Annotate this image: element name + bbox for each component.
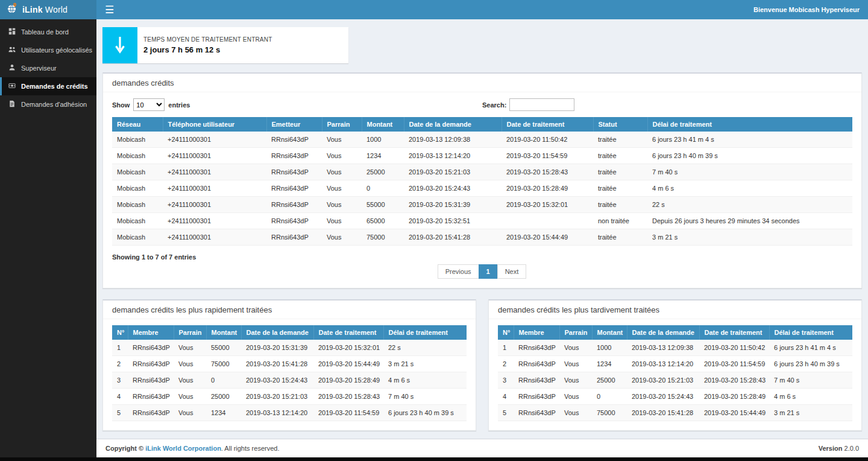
column-header[interactable]: Délai de traitement [383, 325, 467, 340]
column-header[interactable]: Date de traitement [699, 325, 769, 340]
table-cell: traitée [593, 229, 647, 246]
app-window: iLink World ☰ Bienvenue Mobicash Hypervi… [0, 0, 868, 457]
panel-title: demandes crédits les plus rapidement tra… [112, 305, 467, 314]
table-cell: Vous [322, 213, 362, 229]
column-header[interactable]: Délai de traitement [769, 325, 852, 340]
sidebar-item-utilisateurs-geolocalises[interactable]: Utilisateurs géolocalisés [0, 41, 96, 59]
column-header[interactable]: N° [498, 325, 514, 340]
column-header[interactable]: Montant [592, 325, 627, 340]
sidebar-toggle-icon[interactable]: ☰ [105, 5, 114, 15]
table-cell: 1234 [206, 405, 241, 421]
table-cell: 75000 [362, 229, 404, 246]
column-header[interactable]: Membre [514, 325, 559, 340]
column-header[interactable]: Date de la demande [241, 325, 313, 340]
page-length-control: Show 10 entries [112, 98, 482, 111]
column-header[interactable]: Montant [362, 117, 404, 132]
table-cell: Mobicash [112, 132, 163, 148]
table-cell: 2019-03-20 15:28:49 [502, 180, 593, 197]
pagination-previous-button[interactable]: Previous [438, 264, 479, 279]
table-cell: 5 [112, 405, 128, 421]
table-cell: Mobicash [112, 148, 163, 164]
table-cell: 3 [498, 372, 514, 389]
sidebar-item-superviseur[interactable]: Superviseur [0, 59, 96, 77]
sidebar-item-demandes-adhesion[interactable]: Demandes d'adhésion [0, 95, 96, 113]
table-cell: 1000 [362, 132, 404, 148]
pagination-page-1-button[interactable]: 1 [479, 264, 498, 279]
table-cell: Mobicash [112, 164, 163, 180]
table-cell: Vous [174, 389, 206, 405]
table-row: 1RRnsi643dPVous550002019-03-20 15:31:392… [112, 340, 467, 356]
table-cell: 7 m 40 s [383, 389, 467, 405]
table-cell: RRnsi643dP [128, 356, 174, 372]
column-header[interactable]: Téléphone utilisateur [163, 117, 266, 132]
table-cell: RRnsi643dP [266, 180, 322, 197]
table-row: Mobicash+24111000301RRnsi643dPVous750002… [112, 229, 852, 246]
table-cell: RRnsi643dP [266, 132, 322, 148]
sidebar-item-tableau-de-bord[interactable]: Tableau de bord [0, 23, 96, 41]
column-header[interactable]: Réseau [112, 117, 163, 132]
company-link[interactable]: iLink World Corporation [145, 445, 221, 452]
table-cell: Vous [559, 389, 592, 405]
table-cell: 55000 [206, 340, 241, 356]
table-row: 5RRnsi643dPVous12342019-03-13 12:14:2020… [112, 405, 467, 421]
table-cell: 2019-03-20 15:32:01 [502, 197, 593, 213]
search-input[interactable] [509, 98, 574, 111]
table-cell: traitée [593, 148, 647, 164]
table-cell: non traitée [593, 213, 647, 229]
table-cell: traitée [593, 132, 647, 148]
table-cell: 1 [498, 340, 514, 356]
table-cell: traitée [593, 164, 647, 180]
column-header[interactable]: Parrain [174, 325, 206, 340]
brand-logo[interactable]: iLink World [0, 0, 96, 19]
table-cell: 7 m 40 s [647, 164, 852, 180]
sidebar-item-demandes-de-credits[interactable]: Demandes de crédits [0, 77, 96, 95]
table-cell: 6 jours 23 h 41 m 4 s [647, 132, 852, 148]
column-header[interactable]: Montant [206, 325, 241, 340]
column-header[interactable]: Statut [593, 117, 647, 132]
user-icon [8, 64, 16, 72]
column-header[interactable]: Emetteur [266, 117, 322, 132]
column-header[interactable]: Date de traitement [313, 325, 383, 340]
column-header[interactable]: Parrain [322, 117, 362, 132]
column-header[interactable]: Parrain [559, 325, 592, 340]
table-cell: Mobicash [112, 213, 163, 229]
table-cell: 2019-03-20 15:41:28 [627, 405, 699, 421]
table-cell: 3 m 21 s [383, 356, 467, 372]
main-content: TEMPS MOYEN DE TRAITEMENT ENTRANT 2 jour… [96, 19, 868, 457]
table-cell: 75000 [592, 405, 627, 421]
column-header[interactable]: N° [112, 325, 128, 340]
table-cell: Mobicash [112, 197, 163, 213]
table-cell: 0 [592, 389, 627, 405]
table-cell: 4 [498, 389, 514, 405]
table-cell: 1234 [362, 148, 404, 164]
table-cell: 0 [362, 180, 404, 197]
column-header[interactable]: Date de traitement [502, 117, 593, 132]
table-cell: RRnsi643dP [266, 229, 322, 246]
column-header[interactable]: Date de la demande [404, 117, 502, 132]
pagination-next-button[interactable]: Next [497, 264, 527, 279]
table-row: 3RRnsi643dPVous02019-03-20 15:24:432019-… [112, 372, 467, 389]
table-cell: 2019-03-20 15:31:39 [241, 340, 313, 356]
search-label: Search: [482, 101, 506, 109]
credits-table: RéseauTéléphone utilisateurEmetteurParra… [112, 117, 852, 246]
table-cell: 2019-03-20 15:21:03 [404, 164, 502, 180]
table-cell: 5 [498, 405, 514, 421]
table-cell: 6 jours 23 h 40 m 39 s [647, 148, 852, 164]
table-cell: 2019-03-20 15:28:49 [699, 389, 769, 405]
table-cell: Vous [174, 340, 206, 356]
column-header[interactable]: Délai de traitement [647, 117, 852, 132]
footer: Copyright © iLink World Corporation. All… [96, 439, 868, 457]
table-cell: RRnsi643dP [128, 340, 174, 356]
fastest-table: N°MembreParrainMontantDate de la demande… [112, 325, 467, 421]
column-header[interactable]: Membre [128, 325, 174, 340]
table-cell: 25000 [362, 164, 404, 180]
column-header[interactable]: Date de la demande [627, 325, 699, 340]
page-length-select[interactable]: 10 [133, 98, 165, 111]
table-row: 3RRnsi643dPVous250002019-03-20 15:21:032… [498, 372, 852, 389]
table-cell: 1000 [592, 340, 627, 356]
welcome-text: Bienvenue Mobicash Hyperviseur [753, 6, 860, 13]
table-cell: 2019-03-13 12:14:20 [627, 356, 699, 372]
search-control: Search: [482, 98, 852, 111]
table-cell: 2019-03-20 15:44:49 [502, 229, 593, 246]
table-cell: 25000 [592, 372, 627, 389]
